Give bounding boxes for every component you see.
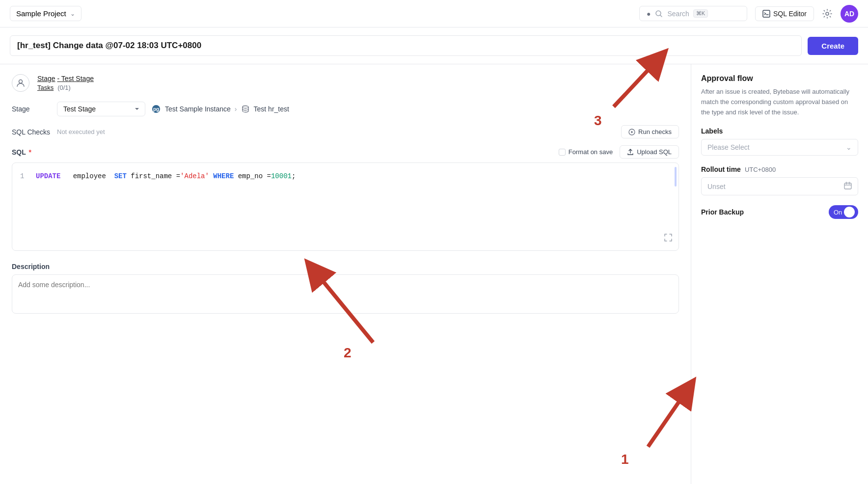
- settings-button[interactable]: [822, 8, 833, 19]
- db-path: pg Test Sample Instance › Test hr_test: [151, 104, 289, 114]
- upload-sql-text: Upload SQL: [637, 148, 672, 156]
- sql-checks-row: SQL Checks Not executed yet Run checks: [12, 125, 679, 138]
- stage-tasks-info: Stage - Test Stage Tasks (0/1): [37, 75, 94, 91]
- sql-checks-left: SQL Checks Not executed yet: [12, 128, 105, 136]
- sql-label: SQL *: [12, 148, 31, 156]
- terminal-icon: [762, 10, 770, 18]
- toggle-circle: [844, 207, 855, 217]
- database-icon: [241, 105, 250, 113]
- tasks-link[interactable]: Tasks: [37, 84, 54, 91]
- run-checks-button[interactable]: Run checks: [621, 125, 679, 138]
- project-selector[interactable]: Sample Project ⌄: [10, 6, 81, 21]
- line-number: 1: [20, 171, 24, 183]
- stage-link-row: Stage - Test Stage: [37, 75, 94, 82]
- format-on-save-checkbox[interactable]: [559, 149, 566, 156]
- labels-section: Labels Please Select ⌄: [701, 127, 858, 156]
- test-stage-link[interactable]: Test Stage: [61, 75, 94, 82]
- main-layout: Stage - Test Stage Tasks (0/1) Stage Tes…: [0, 64, 868, 484]
- sql-checks-status: Not executed yet: [57, 128, 105, 135]
- upload-sql-button[interactable]: Upload SQL: [620, 145, 679, 159]
- kw-where: WHERE: [213, 171, 234, 183]
- top-nav: Sample Project ⌄ ●︎ Search ⌘K SQL Editor: [0, 0, 868, 27]
- sql-editor-label: SQL Editor: [773, 10, 807, 18]
- sql-header-right: Format on save Upload SQL: [559, 145, 679, 159]
- prior-backup-label: Prior Backup: [701, 208, 744, 216]
- project-name: Sample Project: [16, 9, 66, 18]
- rollout-input[interactable]: Unset: [701, 177, 858, 195]
- rollout-title: Rollout time: [701, 165, 741, 173]
- kw-number: 10001: [271, 171, 292, 183]
- svg-point-8: [243, 106, 248, 108]
- prior-backup-row: Prior Backup On: [701, 205, 858, 219]
- svg-rect-2: [763, 10, 770, 17]
- sql-header: SQL * Format on save Upload SQL: [12, 145, 679, 159]
- db-path-sep: ›: [235, 105, 237, 113]
- sql-editor-button[interactable]: SQL Editor: [755, 6, 814, 21]
- tasks-count: (0/1): [57, 84, 71, 91]
- svg-point-5: [19, 80, 23, 83]
- description-label: Description: [12, 263, 679, 270]
- search-shortcut: ⌘K: [693, 9, 708, 18]
- search-icon: ●︎: [647, 10, 651, 18]
- postgres-icon: pg: [151, 104, 161, 114]
- svg-text:pg: pg: [153, 107, 159, 112]
- approval-flow-section: Approval flow After an issue is created,…: [701, 74, 858, 117]
- search-bar[interactable]: ●︎ Search ⌘K: [639, 6, 747, 21]
- stage-field-row: Stage Test Stage pg Test Sample Instance…: [12, 102, 679, 116]
- gear-icon: [822, 8, 833, 19]
- svg-marker-10: [631, 131, 634, 133]
- approval-flow-title: Approval flow: [701, 74, 858, 83]
- rollout-placeholder: Unset: [707, 183, 726, 190]
- play-circle-icon: [628, 129, 635, 135]
- kw-update: UPDATE: [36, 171, 60, 183]
- kw-set: SET: [114, 171, 127, 183]
- rollout-tz: UTC+0800: [745, 166, 776, 173]
- rollout-header: Rollout time UTC+0800: [701, 165, 858, 173]
- search-icon: [655, 10, 663, 18]
- labels-chevron-icon: ⌄: [846, 143, 852, 151]
- create-button[interactable]: Create: [808, 37, 858, 55]
- format-on-save-label[interactable]: Format on save: [559, 148, 613, 156]
- labels-select[interactable]: Please Select ⌄: [701, 139, 858, 156]
- stage-link[interactable]: Stage: [37, 75, 55, 82]
- sql-checks-label: SQL Checks: [12, 128, 51, 136]
- issue-title-input[interactable]: [10, 35, 802, 56]
- labels-placeholder: Please Select: [707, 143, 750, 151]
- nav-right: ●︎ Search ⌘K SQL Editor: [639, 5, 858, 23]
- svg-line-1: [660, 15, 662, 17]
- calendar-icon: [844, 182, 852, 191]
- tasks-row: Tasks (0/1): [37, 83, 94, 91]
- db-name: Test hr_test: [254, 105, 289, 113]
- stage-tasks-row: Stage - Test Stage Tasks (0/1): [12, 74, 679, 92]
- kw-string: 'Adela': [180, 171, 209, 183]
- rollout-section: Rollout time UTC+0800 Unset: [701, 165, 858, 195]
- db-instance-name: Test Sample Instance: [165, 105, 231, 113]
- code-editor-inner: 1 UPDATE employee SET first_name = 'Adel…: [12, 163, 678, 190]
- labels-title: Labels: [701, 127, 858, 135]
- sql-required: *: [28, 148, 31, 156]
- format-on-save-text: Format on save: [569, 148, 613, 156]
- svg-rect-11: [844, 183, 851, 189]
- toggle-on-text: On: [834, 209, 842, 216]
- expand-icon[interactable]: [664, 233, 673, 244]
- stage-select[interactable]: Test Stage: [57, 102, 145, 116]
- approval-flow-text: After an issue is created, Bytebase will…: [701, 87, 858, 117]
- description-textarea[interactable]: [12, 274, 679, 314]
- svg-point-4: [826, 12, 829, 15]
- stage-field-label: Stage: [12, 105, 51, 113]
- description-section: Description: [12, 263, 679, 315]
- issue-title-bar: Create: [0, 27, 868, 64]
- main-content: Stage - Test Stage Tasks (0/1) Stage Tes…: [0, 64, 691, 484]
- upload-icon: [627, 149, 634, 156]
- chevron-down-icon: ⌄: [70, 10, 75, 17]
- prior-backup-toggle[interactable]: On: [829, 205, 858, 219]
- stage-sep: -: [57, 75, 61, 82]
- sql-code-editor[interactable]: 1 UPDATE employee SET first_name = 'Adel…: [12, 162, 679, 251]
- avatar[interactable]: AD: [841, 5, 858, 23]
- user-icon: [12, 74, 29, 92]
- code-line-1: UPDATE employee SET first_name = 'Adela'…: [36, 171, 671, 183]
- sidebar: Approval flow After an issue is created,…: [691, 64, 868, 484]
- search-label: Search: [668, 10, 689, 18]
